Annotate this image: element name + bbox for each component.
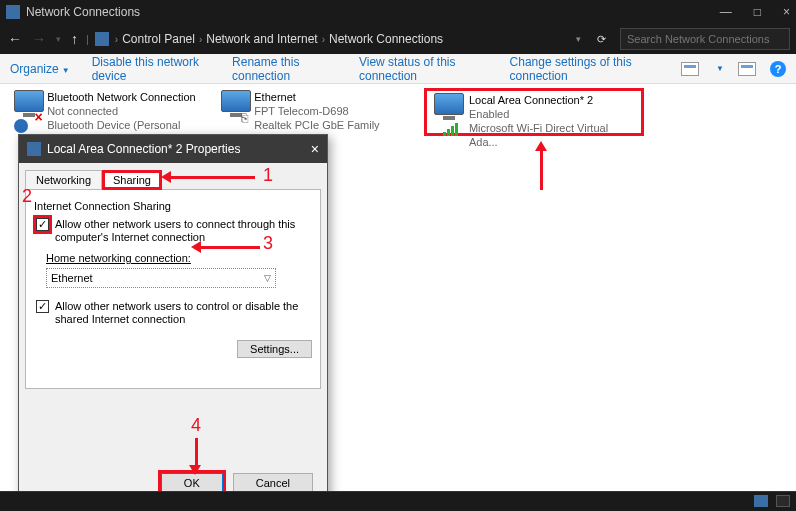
connection-status: FPT Telecom-D698 [254, 104, 414, 118]
minimize-button[interactable]: — [720, 5, 732, 19]
connection-name: Ethernet [254, 90, 414, 104]
monitor-icon [434, 93, 464, 115]
connection-item-ethernet[interactable]: ⎘ Ethernet FPT Telecom-D698 Realtek PCIe… [216, 88, 416, 136]
bluetooth-icon [14, 119, 28, 133]
change-settings-button[interactable]: Change settings of this connection [510, 55, 659, 83]
connection-item-bluetooth[interactable]: × Bluetooth Network Connection Not conne… [8, 88, 208, 136]
settings-button[interactable]: Settings... [237, 340, 312, 358]
disconnected-icon: × [34, 109, 42, 125]
connection-status: Not connected [47, 104, 206, 118]
wifi-signal-icon [443, 122, 458, 136]
group-title: Internet Connection Sharing [34, 200, 312, 212]
organize-menu[interactable]: Organize▼ [10, 62, 70, 76]
cable-icon: ⎘ [241, 111, 248, 125]
home-networking-value: Ethernet [51, 272, 93, 284]
annotation-number-2: 2 [22, 186, 32, 207]
allow-control-checkbox[interactable]: ✓ [36, 300, 49, 313]
dialog-title: Local Area Connection* 2 Properties [47, 142, 240, 156]
maximize-button[interactable]: □ [754, 5, 761, 19]
status-bar [0, 491, 796, 511]
allow-connect-checkbox[interactable]: ✓ [36, 218, 49, 231]
allow-control-label: Allow other network users to control or … [55, 300, 312, 326]
annotation-arrow-1 [165, 176, 255, 179]
breadcrumb[interactable]: › Control Panel › Network and Internet ›… [115, 32, 568, 46]
connection-item-lac2[interactable]: Local Area Connection* 2 Enabled Microso… [424, 88, 644, 136]
rename-connection-button[interactable]: Rename this connection [232, 55, 337, 83]
statusbar-icon [776, 495, 790, 507]
help-icon[interactable]: ? [770, 61, 786, 77]
statusbar-icon [754, 495, 768, 507]
dialog-titlebar: Local Area Connection* 2 Properties × [19, 135, 327, 163]
close-button[interactable]: × [783, 5, 790, 19]
chevron-down-icon: ▽ [264, 273, 271, 283]
annotation-arrow-up [540, 145, 543, 190]
preview-pane-icon[interactable] [738, 62, 756, 76]
dialog-close-button[interactable]: × [311, 141, 319, 157]
address-bar: ← → ▾ ↑ | › Control Panel › Network and … [0, 24, 796, 54]
breadcrumb-item[interactable]: Network and Internet [206, 32, 317, 46]
annotation-arrow-3 [195, 246, 260, 249]
forward-button[interactable]: → [30, 31, 48, 47]
folder-icon [95, 32, 109, 46]
back-button[interactable]: ← [6, 31, 24, 47]
command-toolbar: Organize▼ Disable this network device Re… [0, 54, 796, 84]
cancel-button[interactable]: Cancel [233, 473, 313, 493]
tab-networking[interactable]: Networking [25, 170, 102, 190]
annotation-arrow-4-head [189, 465, 201, 481]
annotation-number-1: 1 [263, 165, 273, 186]
connection-device: Microsoft Wi-Fi Direct Virtual Ada... [469, 121, 639, 149]
connection-name: Local Area Connection* 2 [469, 93, 639, 107]
connection-name: Bluetooth Network Connection [47, 90, 206, 104]
allow-connect-label: Allow other network users to connect thr… [55, 218, 312, 244]
view-options-icon[interactable] [681, 62, 699, 76]
breadcrumb-item[interactable]: Control Panel [122, 32, 195, 46]
annotation-number-4: 4 [191, 415, 201, 436]
home-networking-combobox[interactable]: Ethernet ▽ [46, 268, 276, 288]
annotation-arrow-4 [195, 438, 198, 468]
view-status-button[interactable]: View status of this connection [359, 55, 488, 83]
connection-status: Enabled [469, 107, 639, 121]
up-button[interactable]: ↑ [69, 31, 80, 47]
properties-dialog: Local Area Connection* 2 Properties × Ne… [18, 134, 328, 504]
search-input[interactable] [620, 28, 790, 50]
window-titlebar: Network Connections — □ × [0, 0, 796, 24]
refresh-button[interactable]: ⟳ [597, 33, 606, 46]
dialog-icon [27, 142, 41, 156]
connections-list: × Bluetooth Network Connection Not conne… [0, 84, 796, 140]
tab-sharing[interactable]: Sharing [102, 170, 162, 190]
breadcrumb-item[interactable]: Network Connections [329, 32, 443, 46]
disable-device-button[interactable]: Disable this network device [92, 55, 210, 83]
monitor-icon [221, 90, 251, 112]
annotation-number-3: 3 [263, 233, 273, 254]
window-title: Network Connections [26, 5, 140, 19]
app-icon [6, 5, 20, 19]
sharing-tab-panel: Internet Connection Sharing ✓ Allow othe… [25, 189, 321, 389]
